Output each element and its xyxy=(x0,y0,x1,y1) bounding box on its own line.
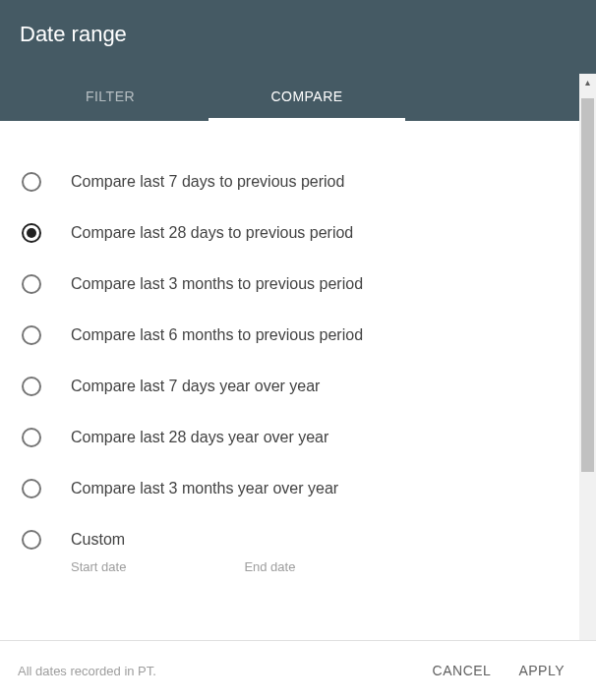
option-label: Compare last 7 days year over year xyxy=(71,378,320,395)
radio-icon xyxy=(22,223,41,243)
timezone-note: All dates recorded in PT. xyxy=(18,664,419,678)
option-label: Compare last 7 days to previous period xyxy=(71,173,344,191)
option-label: Compare last 3 months to previous period xyxy=(71,275,363,293)
radio-icon xyxy=(22,479,41,498)
option-6-months-prev[interactable]: Compare last 6 months to previous period xyxy=(22,310,586,361)
radio-icon xyxy=(22,172,41,192)
option-label: Compare last 28 days year over year xyxy=(71,429,328,446)
dialog-header: Date range FILTER COMPARE xyxy=(0,0,596,121)
dialog-footer: All dates recorded in PT. CANCEL APPLY xyxy=(0,640,596,700)
tab-filter[interactable]: FILTER xyxy=(12,75,209,121)
option-28-days-prev[interactable]: Compare last 28 days to previous period xyxy=(22,207,586,259)
option-7-days-prev[interactable]: Compare last 7 days to previous period xyxy=(22,156,586,207)
scrollbar-thumb[interactable] xyxy=(581,98,594,472)
custom-date-row: Start date End date xyxy=(22,559,586,594)
tab-compare[interactable]: COMPARE xyxy=(209,75,405,121)
option-custom[interactable]: Custom xyxy=(22,514,586,565)
tabs: FILTER COMPARE xyxy=(0,75,596,121)
end-date-label[interactable]: End date xyxy=(244,559,295,574)
radio-icon xyxy=(22,274,41,294)
option-label: Custom xyxy=(71,531,125,549)
option-label: Compare last 6 months to previous period xyxy=(71,326,363,344)
apply-button[interactable]: APPLY xyxy=(505,655,578,686)
radio-icon xyxy=(22,377,41,396)
option-7-days-yoy[interactable]: Compare last 7 days year over year xyxy=(22,361,586,412)
cancel-button[interactable]: CANCEL xyxy=(419,655,506,686)
option-3-months-prev[interactable]: Compare last 3 months to previous period xyxy=(22,259,586,310)
scrollbar-up-icon[interactable]: ▴ xyxy=(579,74,596,90)
option-3-months-yoy[interactable]: Compare last 3 months year over year xyxy=(22,463,586,514)
options-list: Compare last 7 days to previous period C… xyxy=(0,121,596,640)
start-date-label[interactable]: Start date xyxy=(71,559,126,574)
radio-icon xyxy=(22,530,41,550)
option-label: Compare last 3 months year over year xyxy=(71,480,338,497)
option-label: Compare last 28 days to previous period xyxy=(71,224,353,242)
option-28-days-yoy[interactable]: Compare last 28 days year over year xyxy=(22,412,586,463)
radio-icon xyxy=(22,428,41,447)
radio-icon xyxy=(22,325,41,345)
dialog-title: Date range xyxy=(0,0,596,75)
